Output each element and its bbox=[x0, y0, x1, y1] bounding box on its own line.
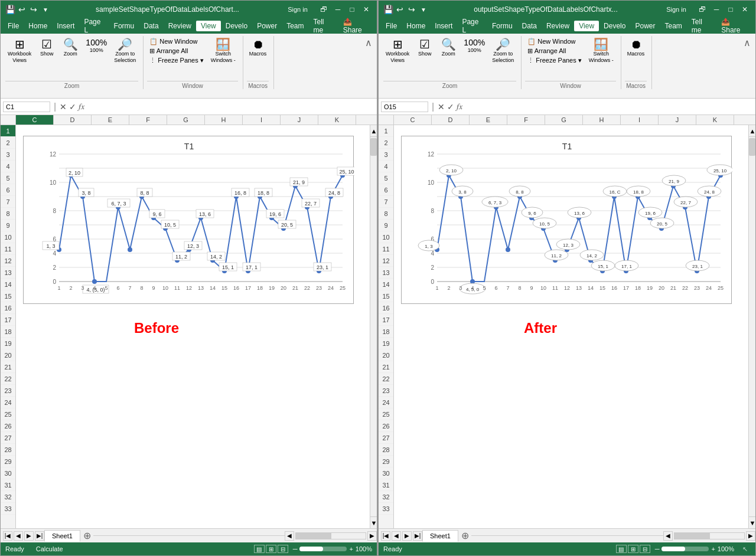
right-menu-view[interactable]: View bbox=[574, 21, 599, 31]
right-function-icon[interactable]: 𝑓𝑥 bbox=[457, 102, 462, 112]
right-row-11[interactable]: 11 bbox=[379, 243, 393, 255]
right-row-14[interactable]: 14 bbox=[379, 279, 393, 290]
arrange-all-btn[interactable]: ⊞ Arrange All bbox=[147, 47, 206, 55]
left-scrollbar-v[interactable]: ▲ ▼ bbox=[370, 125, 377, 528]
right-switch-windows-btn[interactable]: 🪟 SwitchWindows - bbox=[586, 37, 616, 65]
right-page-break-btn[interactable]: ⊟ bbox=[640, 545, 650, 553]
workbook-views-btn[interactable]: ⊞ WorkbookViews bbox=[5, 37, 34, 65]
right-row-9[interactable]: 9 bbox=[379, 220, 393, 231]
right-col-header-d[interactable]: D bbox=[432, 115, 470, 125]
right-hscroll-right[interactable]: ▶ bbox=[746, 531, 755, 541]
left-sheet1-tab[interactable]: Sheet1 bbox=[44, 530, 80, 542]
left-row-18[interactable]: 18 bbox=[1, 326, 15, 338]
right-row-31[interactable]: 31 bbox=[379, 479, 393, 491]
right-zoom-btn[interactable]: 🔍 Zoom bbox=[438, 37, 459, 58]
right-row-13[interactable]: 13 bbox=[379, 267, 393, 279]
right-zoom100-btn[interactable]: 100% 100% bbox=[461, 37, 487, 55]
right-col-header-j[interactable]: J bbox=[659, 115, 696, 125]
right-row-28[interactable]: 28 bbox=[379, 444, 393, 456]
right-menu-team[interactable]: Team bbox=[660, 21, 686, 31]
left-row-16[interactable]: 16 bbox=[1, 302, 15, 314]
right-scrollbar-v[interactable]: ▲ ▼ bbox=[748, 125, 755, 528]
right-row-8[interactable]: 8 bbox=[379, 208, 393, 220]
right-row-12[interactable]: 12 bbox=[379, 255, 393, 267]
left-hscroll-right[interactable]: ▶ bbox=[367, 531, 377, 541]
redo-icon[interactable]: ↪ bbox=[29, 5, 38, 14]
left-row-15[interactable]: 15 bbox=[1, 290, 15, 302]
right-row-7[interactable]: 7 bbox=[379, 196, 393, 208]
left-grid-cells[interactable]: T1 bbox=[16, 125, 370, 528]
right-hscroll-track[interactable] bbox=[674, 532, 745, 539]
left-row-29[interactable]: 29 bbox=[1, 456, 15, 467]
right-row-25[interactable]: 25 bbox=[379, 408, 393, 420]
right-row-3[interactable]: 3 bbox=[379, 149, 393, 161]
left-name-box[interactable] bbox=[3, 102, 50, 112]
right-menu-share[interactable]: 📤 Share bbox=[716, 17, 753, 35]
col-header-c[interactable]: C bbox=[16, 115, 54, 125]
save-icon[interactable]: 💾 bbox=[5, 5, 15, 14]
right-menu-home[interactable]: Home bbox=[402, 21, 430, 31]
ribbon-collapse-btn[interactable]: ∧ bbox=[363, 36, 374, 50]
right-row-32[interactable]: 32 bbox=[379, 491, 393, 503]
macros-btn[interactable]: ⏺ Macros bbox=[247, 37, 269, 58]
menu-home[interactable]: Home bbox=[24, 21, 52, 31]
left-row-21[interactable]: 21 bbox=[1, 361, 15, 373]
menu-pagelayout[interactable]: Page L bbox=[79, 17, 109, 35]
left-row-33[interactable]: 33 bbox=[1, 503, 15, 515]
left-scrollbar-thumb[interactable] bbox=[370, 138, 377, 156]
right-row-17[interactable]: 17 bbox=[379, 314, 393, 326]
right-ribbon-collapse-btn[interactable]: ∧ bbox=[741, 36, 753, 50]
menu-insert[interactable]: Insert bbox=[52, 21, 79, 31]
right-row-6[interactable]: 6 bbox=[379, 184, 393, 196]
left-row-22[interactable]: 22 bbox=[1, 373, 15, 385]
minimize-btn[interactable]: ─ bbox=[332, 4, 344, 15]
right-row-10[interactable]: 10 bbox=[379, 231, 393, 243]
right-signin-btn[interactable]: Sign in bbox=[659, 4, 694, 15]
col-header-g[interactable]: G bbox=[167, 115, 205, 125]
right-row-16[interactable]: 16 bbox=[379, 302, 393, 314]
right-row-19[interactable]: 19 bbox=[379, 338, 393, 349]
restore-btn[interactable]: 🗗 bbox=[318, 4, 330, 15]
right-restore-btn[interactable]: 🗗 bbox=[696, 4, 708, 15]
left-hscroll-left[interactable]: ◀ bbox=[285, 531, 294, 541]
right-row-33[interactable]: 33 bbox=[379, 503, 393, 515]
right-menu-power[interactable]: Power bbox=[630, 21, 660, 31]
menu-view[interactable]: View bbox=[196, 21, 221, 31]
right-row-22[interactable]: 22 bbox=[379, 373, 393, 385]
right-redo-icon[interactable]: ↪ bbox=[407, 5, 416, 14]
freeze-panes-btn[interactable]: ⋮ Freeze Panes ▾ bbox=[147, 56, 206, 65]
right-zoom-slider[interactable] bbox=[662, 547, 709, 551]
quick-access-icon[interactable]: ▼ bbox=[41, 5, 50, 14]
right-hscroll-thumb[interactable] bbox=[674, 533, 710, 539]
menu-review[interactable]: Review bbox=[164, 21, 196, 31]
right-new-sheet-btn[interactable]: ⊕ bbox=[460, 530, 471, 542]
right-row-23[interactable]: 23 bbox=[379, 385, 393, 397]
right-menu-insert[interactable]: Insert bbox=[430, 21, 457, 31]
right-menu-review[interactable]: Review bbox=[542, 21, 574, 31]
menu-power[interactable]: Power bbox=[252, 21, 282, 31]
zoom-btn[interactable]: 🔍 Zoom bbox=[60, 37, 81, 58]
right-col-header-e[interactable]: E bbox=[470, 115, 507, 125]
left-row-25[interactable]: 25 bbox=[1, 408, 15, 420]
menu-formulas[interactable]: Formu bbox=[109, 21, 139, 31]
right-save-icon[interactable]: 💾 bbox=[383, 5, 393, 14]
left-normal-view-btn[interactable]: ▤ bbox=[254, 545, 265, 553]
right-macros-btn[interactable]: ⏺ Macros bbox=[625, 37, 647, 58]
col-header-d[interactable]: D bbox=[54, 115, 92, 125]
right-zoom-selection-btn[interactable]: 🔎 Zoom toSelection bbox=[490, 37, 516, 65]
left-hscroll-track[interactable] bbox=[295, 532, 366, 539]
left-row-27[interactable]: 27 bbox=[1, 432, 15, 444]
right-new-window-btn[interactable]: 📋 New Window bbox=[525, 37, 584, 46]
right-undo-icon[interactable]: ↩ bbox=[395, 5, 405, 14]
right-row-15[interactable]: 15 bbox=[379, 290, 393, 302]
left-row-11[interactable]: 11 bbox=[1, 243, 15, 255]
right-nav-last[interactable]: ▶| bbox=[413, 531, 422, 541]
right-row-5[interactable]: 5 bbox=[379, 172, 393, 184]
right-row-24[interactable]: 24 bbox=[379, 397, 393, 408]
left-row-17[interactable]: 17 bbox=[1, 314, 15, 326]
menu-team[interactable]: Team bbox=[282, 21, 308, 31]
right-nav-first[interactable]: |◀ bbox=[381, 531, 390, 541]
left-row-4[interactable]: 4 bbox=[1, 161, 15, 172]
right-zoom-minus[interactable]: ─ bbox=[655, 545, 660, 552]
undo-icon[interactable]: ↩ bbox=[17, 5, 27, 14]
